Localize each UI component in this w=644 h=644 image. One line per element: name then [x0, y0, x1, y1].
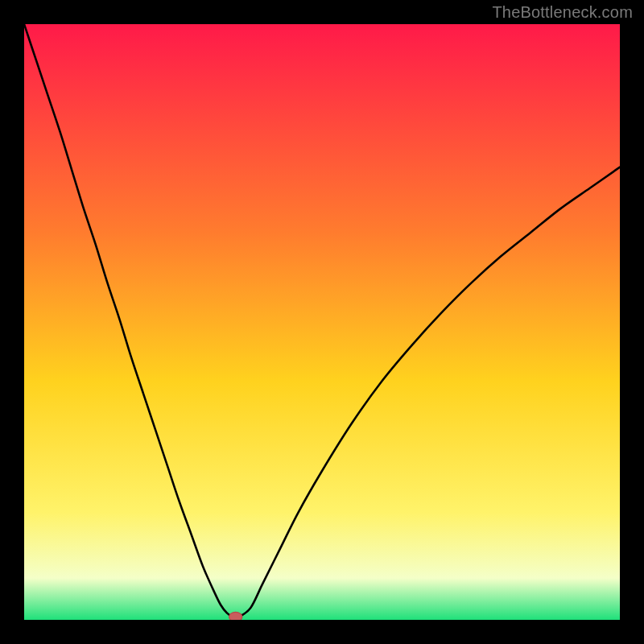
watermark-text: TheBottleneck.com	[492, 3, 633, 22]
chart-frame: TheBottleneck.com	[0, 0, 644, 644]
bottleneck-chart	[24, 24, 620, 620]
gradient-background	[24, 24, 620, 620]
marker-dot	[229, 612, 242, 620]
